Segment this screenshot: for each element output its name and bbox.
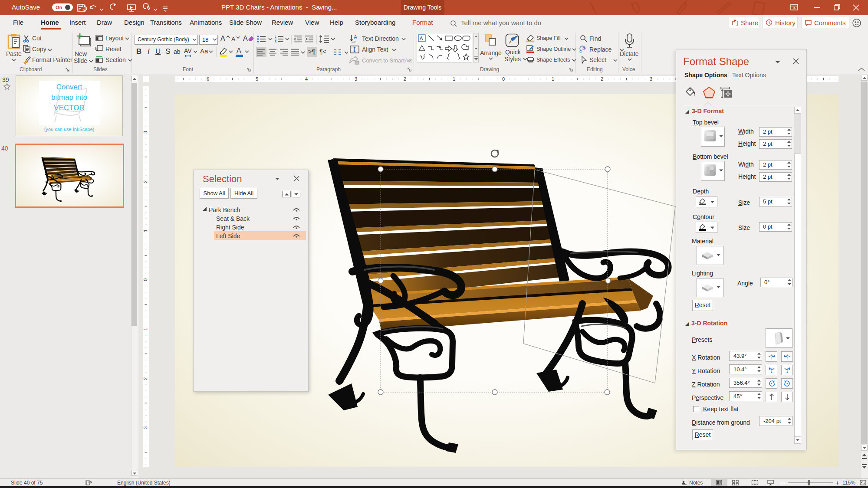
svg-text:2: 2 bbox=[143, 377, 148, 380]
svg-text:3: 3 bbox=[275, 41, 276, 43]
svg-text:1: 1 bbox=[143, 229, 148, 232]
svg-text:2: 2 bbox=[404, 76, 406, 82]
svg-text:c: c bbox=[579, 49, 582, 53]
svg-text:3: 3 bbox=[143, 131, 148, 134]
svg-text:0: 0 bbox=[143, 278, 148, 281]
svg-text:2: 2 bbox=[143, 180, 148, 183]
svg-text:A: A bbox=[354, 34, 357, 40]
svg-text:5: 5 bbox=[256, 76, 258, 82]
svg-text:2: 2 bbox=[601, 76, 603, 82]
svg-text:4: 4 bbox=[305, 76, 308, 82]
svg-text:6: 6 bbox=[207, 76, 209, 82]
svg-text:1: 1 bbox=[453, 76, 455, 82]
svg-text:1: 1 bbox=[552, 76, 554, 82]
svg-text:0: 0 bbox=[502, 76, 505, 82]
svg-text:1: 1 bbox=[143, 328, 148, 331]
svg-text:A: A bbox=[420, 36, 423, 41]
svg-text:3: 3 bbox=[355, 76, 357, 82]
svg-text:3: 3 bbox=[143, 426, 148, 429]
svg-text:3: 3 bbox=[650, 76, 652, 82]
svg-text:1: 1 bbox=[275, 35, 276, 38]
